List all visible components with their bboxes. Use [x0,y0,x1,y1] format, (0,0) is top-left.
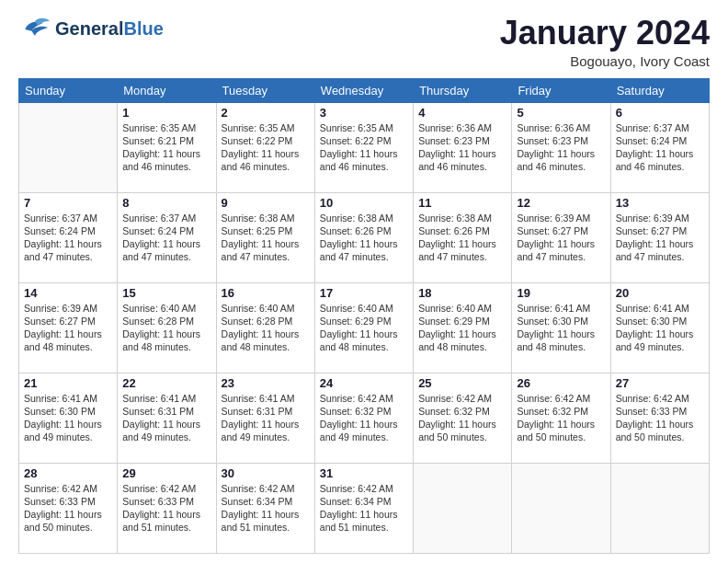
day-info: Sunrise: 6:40 AM Sunset: 6:29 PM Dayligh… [320,302,408,354]
col-saturday: Saturday [610,78,709,102]
day-cell: 24Sunrise: 6:42 AM Sunset: 6:32 PM Dayli… [314,373,413,463]
day-number: 4 [418,106,506,120]
col-friday: Friday [512,78,610,102]
day-number: 1 [122,106,210,120]
day-number: 12 [517,196,605,210]
day-cell: 20Sunrise: 6:41 AM Sunset: 6:30 PM Dayli… [610,282,709,373]
calendar-header: Sunday Monday Tuesday Wednesday Thursday… [19,78,710,102]
day-number: 22 [122,376,210,390]
day-cell: 25Sunrise: 6:42 AM Sunset: 6:32 PM Dayli… [414,373,512,463]
day-info: Sunrise: 6:36 AM Sunset: 6:23 PM Dayligh… [418,121,506,174]
day-info: Sunrise: 6:40 AM Sunset: 6:28 PM Dayligh… [222,302,310,354]
day-cell: 22Sunrise: 6:41 AM Sunset: 6:31 PM Dayli… [118,373,216,463]
day-cell [610,463,709,553]
calendar: Sunday Monday Tuesday Wednesday Thursday… [18,78,710,554]
day-cell: 11Sunrise: 6:38 AM Sunset: 6:26 PM Dayli… [414,192,512,282]
day-number: 16 [222,286,310,300]
day-cell [512,463,610,553]
day-number: 14 [24,286,112,300]
day-cell: 29Sunrise: 6:42 AM Sunset: 6:33 PM Dayli… [118,463,216,553]
day-number: 25 [418,376,506,390]
day-cell: 15Sunrise: 6:40 AM Sunset: 6:28 PM Dayli… [118,282,216,373]
day-cell: 19Sunrise: 6:41 AM Sunset: 6:30 PM Dayli… [512,282,610,373]
day-number: 6 [616,106,704,120]
calendar-body: 1Sunrise: 6:35 AM Sunset: 6:21 PM Daylig… [19,102,710,553]
day-number: 7 [24,196,112,210]
day-cell: 2Sunrise: 6:35 AM Sunset: 6:22 PM Daylig… [216,102,314,192]
day-info: Sunrise: 6:42 AM Sunset: 6:34 PM Dayligh… [222,482,310,534]
day-info: Sunrise: 6:39 AM Sunset: 6:27 PM Dayligh… [24,302,112,354]
day-number: 29 [122,466,210,480]
day-number: 21 [24,376,112,390]
day-info: Sunrise: 6:41 AM Sunset: 6:30 PM Dayligh… [616,302,704,354]
col-monday: Monday [118,78,216,102]
day-info: Sunrise: 6:40 AM Sunset: 6:28 PM Dayligh… [122,302,210,354]
day-number: 13 [616,196,704,210]
day-info: Sunrise: 6:39 AM Sunset: 6:27 PM Dayligh… [517,212,605,264]
day-info: Sunrise: 6:42 AM Sunset: 6:33 PM Dayligh… [24,482,112,534]
week-row-5: 28Sunrise: 6:42 AM Sunset: 6:33 PM Dayli… [19,463,710,553]
day-cell: 3Sunrise: 6:35 AM Sunset: 6:22 PM Daylig… [314,102,413,192]
logo-icon [18,15,51,42]
day-number: 27 [616,376,704,390]
day-cell: 27Sunrise: 6:42 AM Sunset: 6:33 PM Dayli… [610,373,709,463]
day-cell: 26Sunrise: 6:42 AM Sunset: 6:32 PM Dayli… [512,373,610,463]
day-info: Sunrise: 6:37 AM Sunset: 6:24 PM Dayligh… [24,212,112,264]
day-info: Sunrise: 6:40 AM Sunset: 6:29 PM Dayligh… [418,302,506,354]
day-cell: 16Sunrise: 6:40 AM Sunset: 6:28 PM Dayli… [216,282,314,373]
day-cell: 8Sunrise: 6:37 AM Sunset: 6:24 PM Daylig… [118,192,216,282]
day-number: 10 [320,196,408,210]
day-number: 2 [222,106,310,120]
page: GeneralBlue January 2024 Bogouayo, Ivory… [0,0,728,563]
day-cell: 17Sunrise: 6:40 AM Sunset: 6:29 PM Dayli… [314,282,413,373]
day-info: Sunrise: 6:41 AM Sunset: 6:30 PM Dayligh… [24,392,112,444]
day-info: Sunrise: 6:41 AM Sunset: 6:31 PM Dayligh… [122,392,210,444]
day-info: Sunrise: 6:37 AM Sunset: 6:24 PM Dayligh… [616,121,704,174]
week-row-3: 14Sunrise: 6:39 AM Sunset: 6:27 PM Dayli… [19,282,710,373]
day-number: 15 [122,286,210,300]
col-sunday: Sunday [19,78,118,102]
col-tuesday: Tuesday [216,78,314,102]
day-info: Sunrise: 6:38 AM Sunset: 6:26 PM Dayligh… [418,212,506,264]
day-cell: 5Sunrise: 6:36 AM Sunset: 6:23 PM Daylig… [512,102,610,192]
day-number: 28 [24,466,112,480]
day-number: 31 [320,466,408,480]
day-info: Sunrise: 6:42 AM Sunset: 6:34 PM Dayligh… [320,482,408,534]
day-info: Sunrise: 6:35 AM Sunset: 6:21 PM Dayligh… [122,121,210,174]
day-number: 17 [320,286,408,300]
subtitle: Bogouayo, Ivory Coast [500,53,710,69]
day-info: Sunrise: 6:35 AM Sunset: 6:22 PM Dayligh… [320,121,408,174]
day-number: 19 [517,286,605,300]
day-cell: 10Sunrise: 6:38 AM Sunset: 6:26 PM Dayli… [314,192,413,282]
day-cell: 4Sunrise: 6:36 AM Sunset: 6:23 PM Daylig… [414,102,512,192]
day-number: 11 [418,196,506,210]
week-row-4: 21Sunrise: 6:41 AM Sunset: 6:30 PM Dayli… [19,373,710,463]
logo-blue: Blue [123,18,163,39]
day-cell: 21Sunrise: 6:41 AM Sunset: 6:30 PM Dayli… [19,373,118,463]
day-cell: 30Sunrise: 6:42 AM Sunset: 6:34 PM Dayli… [216,463,314,553]
day-info: Sunrise: 6:42 AM Sunset: 6:33 PM Dayligh… [616,392,704,444]
day-cell: 1Sunrise: 6:35 AM Sunset: 6:21 PM Daylig… [118,102,216,192]
day-cell: 9Sunrise: 6:38 AM Sunset: 6:25 PM Daylig… [216,192,314,282]
day-cell: 23Sunrise: 6:41 AM Sunset: 6:31 PM Dayli… [216,373,314,463]
day-cell: 28Sunrise: 6:42 AM Sunset: 6:33 PM Dayli… [19,463,118,553]
day-info: Sunrise: 6:36 AM Sunset: 6:23 PM Dayligh… [517,121,605,174]
day-cell: 14Sunrise: 6:39 AM Sunset: 6:27 PM Dayli… [19,282,118,373]
day-cell: 12Sunrise: 6:39 AM Sunset: 6:27 PM Dayli… [512,192,610,282]
day-number: 9 [222,196,310,210]
day-info: Sunrise: 6:39 AM Sunset: 6:27 PM Dayligh… [616,212,704,264]
header-row: Sunday Monday Tuesday Wednesday Thursday… [19,78,710,102]
logo-general: General [55,18,123,39]
logo: GeneralBlue [18,15,164,42]
day-cell [19,102,118,192]
day-number: 8 [122,196,210,210]
day-info: Sunrise: 6:42 AM Sunset: 6:32 PM Dayligh… [418,392,506,444]
day-info: Sunrise: 6:37 AM Sunset: 6:24 PM Dayligh… [122,212,210,264]
col-thursday: Thursday [414,78,512,102]
day-info: Sunrise: 6:38 AM Sunset: 6:25 PM Dayligh… [222,212,310,264]
day-info: Sunrise: 6:42 AM Sunset: 6:32 PM Dayligh… [320,392,408,444]
day-info: Sunrise: 6:42 AM Sunset: 6:33 PM Dayligh… [122,482,210,534]
day-number: 24 [320,376,408,390]
day-cell: 31Sunrise: 6:42 AM Sunset: 6:34 PM Dayli… [314,463,413,553]
day-cell: 6Sunrise: 6:37 AM Sunset: 6:24 PM Daylig… [610,102,709,192]
